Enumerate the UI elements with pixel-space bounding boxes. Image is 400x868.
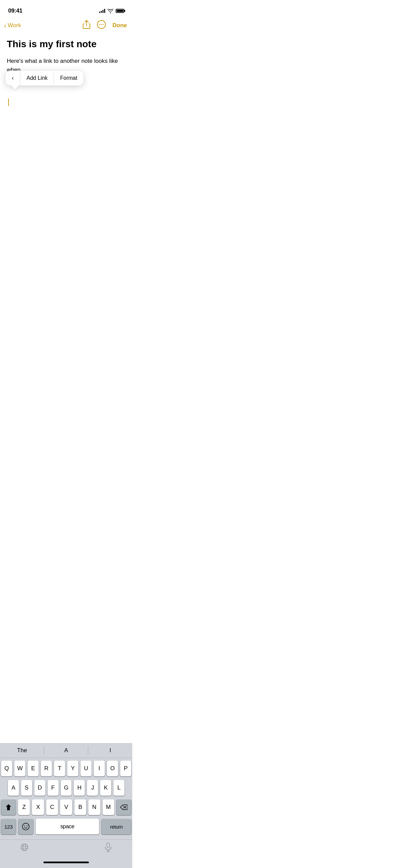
svg-point-1	[99, 24, 100, 25]
note-title: This is my first note	[7, 38, 126, 50]
svg-point-3	[102, 24, 103, 25]
signal-bar-4	[104, 9, 105, 13]
context-menu-add-link[interactable]: Add Link	[20, 72, 54, 85]
battery-fill	[117, 10, 123, 12]
status-bar: 09:41	[0, 0, 132, 17]
back-chevron-icon: ‹	[4, 22, 6, 29]
signal-bar-3	[102, 10, 103, 13]
status-icons	[99, 9, 124, 13]
back-label: Work	[8, 22, 21, 29]
done-button[interactable]: Done	[113, 22, 127, 29]
signal-bar-2	[101, 11, 102, 13]
nav-right-actions: Done	[83, 20, 127, 31]
wifi-icon	[108, 9, 113, 13]
status-time: 09:41	[8, 7, 22, 14]
note-content-area[interactable]: This is my first note Here's what a link…	[0, 34, 132, 106]
svg-point-2	[101, 24, 102, 25]
share-button[interactable]	[83, 20, 90, 31]
battery-icon	[116, 9, 124, 13]
context-menu-format[interactable]: Format	[54, 72, 83, 85]
context-menu-back[interactable]: ‹	[5, 71, 20, 86]
signal-bars-icon	[99, 9, 105, 13]
context-menu: ‹ Add Link Format	[5, 71, 83, 86]
text-cursor	[8, 98, 9, 106]
more-button[interactable]	[97, 20, 106, 31]
nav-bar: ‹ Work Done	[0, 17, 132, 34]
back-button[interactable]: ‹ Work	[4, 22, 21, 29]
signal-bar-1	[99, 12, 100, 13]
